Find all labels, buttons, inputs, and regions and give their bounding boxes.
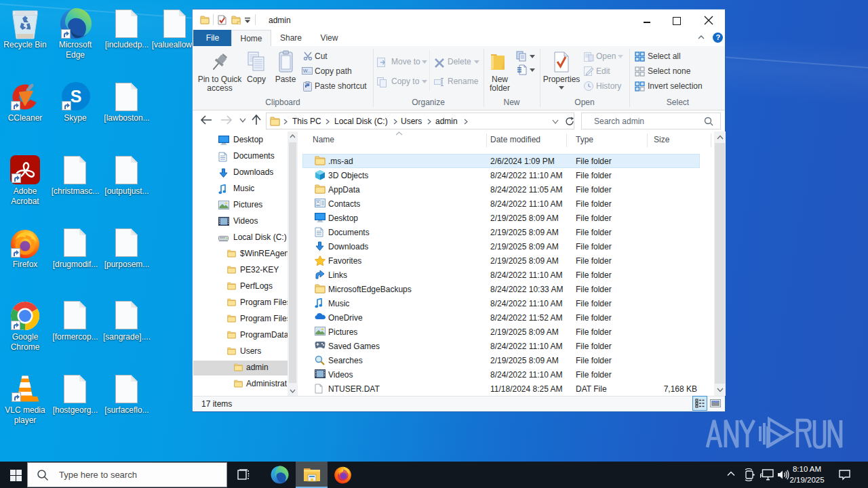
svg-text:W...: W... — [303, 68, 311, 73]
svg-text:S: S — [71, 87, 82, 106]
